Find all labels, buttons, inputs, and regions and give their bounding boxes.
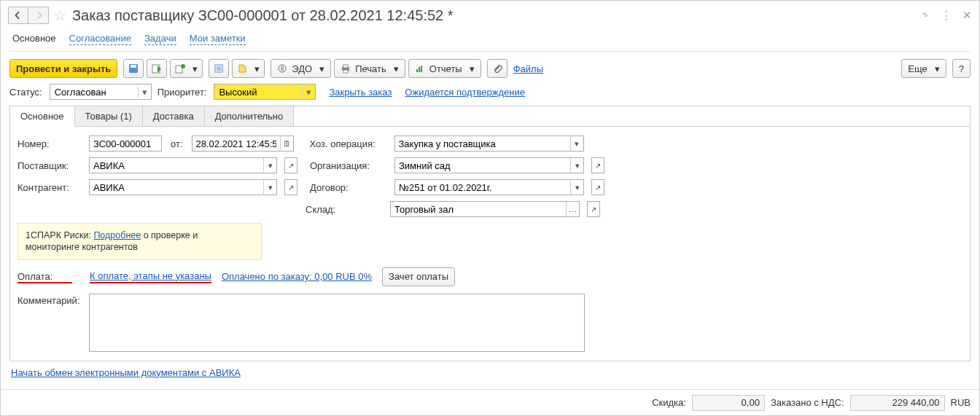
open-icon[interactable]: ↗ xyxy=(587,201,600,217)
operation-select[interactable]: ▾ xyxy=(394,136,584,152)
nav-notes[interactable]: Мои заметки xyxy=(190,33,246,45)
print-button[interactable]: Печать▾ xyxy=(334,59,405,78)
kebab-icon[interactable]: ⋮ xyxy=(941,9,952,23)
spark-info: 1СПАРК Риски: Подробнее о проверке и мон… xyxy=(18,223,262,260)
paid-link[interactable]: Оплачено по заказу: 0,00 RUB 0% xyxy=(222,271,372,282)
link-icon[interactable] xyxy=(920,9,930,22)
payment-label: Оплата: xyxy=(18,271,79,282)
svg-rect-1 xyxy=(131,65,136,68)
reports-button[interactable]: Отчеты▾ xyxy=(408,59,481,78)
more-button[interactable]: Еще▾ xyxy=(901,59,946,78)
window-title: Заказ поставщику ЗС00-000001 от 28.02.20… xyxy=(72,7,454,24)
svg-rect-11 xyxy=(343,65,348,68)
back-button[interactable] xyxy=(8,7,28,24)
comment-textarea[interactable] xyxy=(89,294,585,352)
chevron-down-icon[interactable]: ▾ xyxy=(263,158,276,173)
svg-rect-15 xyxy=(421,66,422,72)
doc-structure-button[interactable] xyxy=(209,59,229,78)
ordered-label: Заказано с НДС: xyxy=(771,397,844,408)
nav-main[interactable]: Основное xyxy=(12,33,56,45)
number-field[interactable] xyxy=(89,136,162,152)
calendar-icon[interactable]: 🗓 xyxy=(280,136,293,151)
spark-more-link[interactable]: Подробнее xyxy=(93,230,141,240)
status-select[interactable]: ▾ xyxy=(50,84,152,100)
svg-rect-14 xyxy=(419,67,420,72)
chevron-down-icon[interactable]: ▾ xyxy=(302,87,315,98)
edo-button[interactable]: ЭДО▾ xyxy=(271,59,331,78)
chevron-down-icon[interactable]: ▾ xyxy=(570,136,583,151)
start-edo-link[interactable]: Начать обмен электронными документами с … xyxy=(11,367,241,378)
warehouse-select[interactable]: … xyxy=(390,201,580,217)
tab-main[interactable]: Основное xyxy=(10,106,75,127)
post-button[interactable] xyxy=(147,59,167,78)
contract-select[interactable]: ▾ xyxy=(394,179,584,195)
open-icon[interactable]: ↗ xyxy=(591,179,604,195)
save-button[interactable] xyxy=(123,59,144,78)
forward-button[interactable] xyxy=(28,7,49,24)
date-field[interactable]: 🗓 xyxy=(192,136,294,152)
waiting-confirm-link[interactable]: Ожидается подтверждение xyxy=(405,87,525,98)
favorite-star-icon[interactable]: ☆ xyxy=(53,7,66,24)
supplier-label: Поставщик: xyxy=(18,160,83,171)
create-based-button[interactable]: ▾ xyxy=(232,59,265,78)
tab-extra[interactable]: Дополнительно xyxy=(205,106,295,126)
toolbar: Провести и закрыть ▾ ▾ ЭДО▾ Печать▾ Отче… xyxy=(1,58,979,84)
post-and-close-button[interactable]: Провести и закрыть xyxy=(9,59,117,78)
currency-label: RUB xyxy=(951,397,971,408)
org-label: Организация: xyxy=(310,160,389,171)
nav-approval[interactable]: Согласование xyxy=(69,33,131,45)
ellipsis-icon[interactable]: … xyxy=(566,202,579,216)
close-order-link[interactable]: Закрыть заказ xyxy=(329,87,392,98)
close-icon[interactable]: ✕ xyxy=(962,9,972,22)
operation-label: Хоз. операция: xyxy=(310,138,389,149)
org-select[interactable]: ▾ xyxy=(394,157,584,173)
payment-stages-link[interactable]: К оплате, этапы не указаны xyxy=(90,270,211,283)
tab-goods[interactable]: Товары (1) xyxy=(75,106,143,126)
open-icon[interactable]: ↗ xyxy=(284,179,298,195)
contract-label: Договор: xyxy=(310,182,389,193)
discount-label: Скидка: xyxy=(652,397,686,408)
files-link[interactable]: Файлы xyxy=(513,63,543,74)
counter-select[interactable]: ▾ xyxy=(89,179,277,195)
counter-label: Контрагент: xyxy=(18,182,83,193)
ordered-value: 229 440,00 xyxy=(850,395,945,411)
tab-delivery[interactable]: Доставка xyxy=(143,106,205,126)
chevron-down-icon[interactable]: ▾ xyxy=(138,87,151,98)
status-label: Статус: xyxy=(9,87,42,98)
open-icon[interactable]: ↗ xyxy=(284,157,298,173)
help-button[interactable]: ? xyxy=(952,59,971,78)
svg-rect-12 xyxy=(343,70,348,73)
top-nav: Основное Согласование Задачи Мои заметки xyxy=(1,30,979,51)
based-on-button[interactable]: ▾ xyxy=(170,59,203,78)
supplier-select[interactable]: ▾ xyxy=(89,157,277,173)
payment-offset-button[interactable]: Зачет оплаты xyxy=(382,267,455,286)
comment-label: Комментарий: xyxy=(18,294,83,352)
chevron-down-icon[interactable]: ▾ xyxy=(570,180,583,195)
chevron-down-icon[interactable]: ▾ xyxy=(570,158,583,173)
nav-tasks[interactable]: Задачи xyxy=(144,33,176,45)
discount-value: 0,00 xyxy=(692,395,765,411)
attach-button[interactable] xyxy=(487,59,508,78)
svg-point-4 xyxy=(181,64,185,68)
svg-rect-13 xyxy=(416,69,418,72)
from-label: от: xyxy=(171,138,183,149)
priority-select[interactable]: ▾ xyxy=(214,84,316,100)
number-label: Номер: xyxy=(18,138,83,149)
priority-label: Приоритет: xyxy=(158,87,207,98)
open-icon[interactable]: ↗ xyxy=(591,157,604,173)
chevron-down-icon[interactable]: ▾ xyxy=(263,180,276,195)
warehouse-label: Склад: xyxy=(306,204,384,215)
